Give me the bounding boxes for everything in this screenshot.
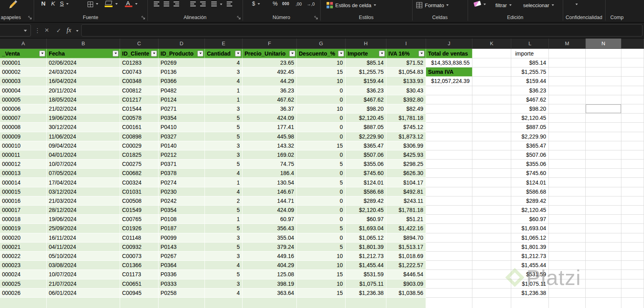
column-header-H[interactable]: H (346, 38, 386, 48)
cell-N2[interactable] (586, 67, 621, 77)
cell-A8[interactable]: 000008 (0, 123, 47, 132)
cell-O7[interactable] (621, 114, 644, 123)
cell-D19[interactable]: P0187 (159, 224, 205, 233)
cell-D6[interactable]: P0271 (159, 104, 205, 114)
cell-O0[interactable] (621, 49, 644, 58)
cell-F6[interactable]: 36.37 (243, 104, 297, 114)
cell-I3[interactable]: $133.93 (386, 77, 426, 86)
cell-L3[interactable]: $159.44 (511, 77, 549, 86)
cell-C3[interactable]: C00348 (120, 77, 159, 86)
wrap-text-icon[interactable] (211, 2, 217, 6)
column-header-F[interactable]: F (243, 38, 297, 48)
cell-J20[interactable] (426, 233, 472, 243)
cell-K12[interactable] (472, 160, 511, 169)
borders-chevron-icon[interactable] (96, 3, 98, 5)
cell-I14[interactable]: $104.17 (386, 178, 426, 187)
cell-I16[interactable]: $243.11 (386, 196, 426, 206)
cell-O4[interactable] (621, 86, 644, 95)
cell-M10[interactable] (549, 141, 586, 150)
column-header-A[interactable]: A (0, 38, 47, 48)
cell-J16[interactable] (426, 196, 472, 206)
underline-button[interactable]: S (60, 0, 64, 6)
cell-M19[interactable] (549, 224, 586, 233)
cell-L8[interactable]: $887.05 (511, 123, 549, 132)
cell-K11[interactable] (472, 150, 511, 160)
column-header-K[interactable]: K (472, 38, 511, 48)
cell-N22[interactable] (586, 252, 621, 261)
cell-I6[interactable]: $82.49 (386, 104, 426, 114)
cell-N15[interactable] (586, 187, 621, 196)
cell-J13[interactable] (426, 169, 472, 178)
dialog-launcher-alignment[interactable] (237, 15, 241, 20)
cell-B2[interactable]: 24/03/2024 (47, 67, 120, 77)
cell-A22[interactable]: 000022 (0, 252, 47, 261)
cell-I17[interactable]: $1,781.18 (386, 206, 426, 215)
cell-G23[interactable]: 10 (297, 261, 346, 270)
dialog-launcher-font[interactable] (141, 15, 145, 20)
cell-N11[interactable] (586, 150, 621, 160)
cell-L25[interactable]: $1,075.11 (511, 279, 549, 289)
cell-H17[interactable]: $2,120.45 (346, 206, 386, 215)
cell-N21[interactable] (586, 243, 621, 252)
table-header-_venta[interactable]: _Venta (0, 49, 47, 58)
filter-button[interactable] (289, 50, 295, 56)
cell-B13[interactable]: 07/05/2024 (47, 169, 120, 178)
cell-O9[interactable] (621, 132, 644, 141)
cell-I1[interactable]: $71.52 (386, 58, 426, 67)
cell-F21[interactable]: 379.24 (243, 243, 297, 252)
cell-C6[interactable]: C01544 (120, 104, 159, 114)
cell-K14[interactable] (472, 178, 511, 187)
cell-J17[interactable] (426, 206, 472, 215)
cell-L2[interactable]: $1,255.75 (511, 67, 549, 77)
column-header-D[interactable]: D (159, 38, 205, 48)
cell-F26[interactable]: 363.64 (243, 289, 297, 298)
cell-M6[interactable] (549, 104, 586, 114)
cell-N10[interactable] (586, 141, 621, 150)
cell-G14[interactable]: 5 (297, 178, 346, 187)
cell-L11[interactable]: $507.06 (511, 150, 549, 160)
cell-N7[interactable] (586, 114, 621, 123)
cell-A18[interactable]: 000018 (0, 215, 47, 224)
cell-O26[interactable] (621, 289, 644, 298)
column-header-J[interactable]: J (426, 38, 472, 48)
cell-K16[interactable] (472, 196, 511, 206)
sensitivity-chevron-icon[interactable] (575, 4, 578, 5)
cell-K15[interactable] (472, 187, 511, 196)
cell-I13[interactable]: $626.30 (386, 169, 426, 178)
cell-B24[interactable]: 10/07/2024 (47, 270, 120, 279)
cell-O5[interactable] (621, 95, 644, 104)
cell-B22[interactable]: 05/10/2024 (47, 252, 120, 261)
cell-L9[interactable]: $2,229.90 (511, 132, 549, 141)
find-select-button[interactable]: seleccionar (523, 1, 554, 10)
cell-C20[interactable]: C01148 (120, 233, 159, 243)
filter-button[interactable] (113, 50, 118, 56)
decrease-indent-icon[interactable] (190, 2, 196, 6)
cell-K2[interactable] (472, 67, 511, 77)
alignment-chevron-icon[interactable] (220, 4, 222, 5)
cell-E9[interactable]: 5 (205, 132, 243, 141)
cell-F13[interactable]: 186.4 (243, 169, 297, 178)
align-left-icon[interactable] (154, 2, 159, 6)
cell-E10[interactable]: 3 (205, 141, 243, 150)
cell-O18[interactable] (621, 215, 644, 224)
cell-I11[interactable]: $425.93 (386, 150, 426, 160)
cell-E22[interactable]: 3 (205, 252, 243, 261)
formula-bar-menu-dots[interactable]: ⋮ (34, 27, 40, 34)
cell-C7[interactable]: C00578 (120, 114, 159, 123)
table-header-total-de-ventas[interactable]: Total de ventas (426, 49, 472, 58)
cell-M13[interactable] (549, 169, 586, 178)
cell-M5[interactable] (549, 95, 586, 104)
cell-J19[interactable] (426, 224, 472, 233)
filter-button[interactable] (151, 50, 157, 56)
cell-H6[interactable]: $98.20 (346, 104, 386, 114)
cell-B12[interactable]: 10/07/2024 (47, 160, 120, 169)
cell-E23[interactable]: 4 (205, 261, 243, 270)
cell-A10[interactable]: 000010 (0, 141, 47, 150)
cell-F12[interactable]: 74.75 (243, 160, 297, 169)
cell-C13[interactable]: C00682 (120, 169, 159, 178)
formula-input[interactable] (81, 24, 642, 37)
cell-L6[interactable]: $98.20 (511, 104, 549, 114)
table-header-fecha[interactable]: Fecha (47, 49, 120, 58)
cell-A21[interactable]: 000021 (0, 243, 47, 252)
cell-E24[interactable]: 5 (205, 270, 243, 279)
